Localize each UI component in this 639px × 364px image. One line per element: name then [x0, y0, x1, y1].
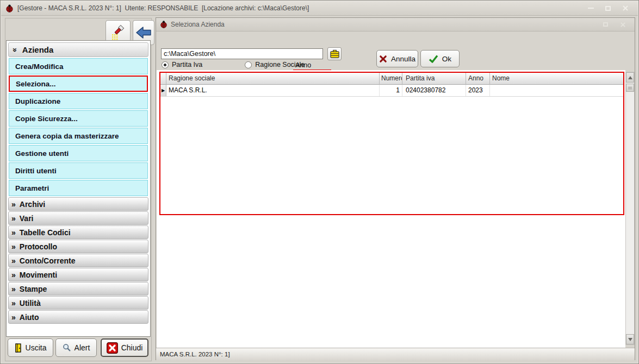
- column-anno[interactable]: Anno: [466, 73, 490, 85]
- minimize-icon: [588, 8, 594, 9]
- chevron-right-icon: »: [11, 313, 16, 321]
- maximize-button[interactable]: [603, 4, 613, 12]
- close-icon: [620, 22, 626, 28]
- dialog-title: Seleziona Azienda: [171, 21, 225, 28]
- cancel-x-icon: [379, 55, 387, 63]
- annulla-label: Annulla: [391, 55, 415, 63]
- anno-label: Anno: [295, 61, 311, 69]
- back-arrow-icon: [135, 26, 152, 40]
- row-selector-cell: ▶: [160, 85, 166, 96]
- ok-button[interactable]: Ok: [420, 50, 460, 67]
- sidebar-item-genera-copia[interactable]: Genera copia da masterizzare: [9, 128, 148, 144]
- section-label: Conto/Corrente: [20, 256, 76, 265]
- dialog-titlebar: Seleziona Azienda: [156, 18, 635, 32]
- section-label: Archivi: [20, 200, 45, 209]
- main-window: [Gestore - MACA S.R.L. 2023 N°: 1] Utent…: [0, 0, 639, 364]
- sidebar-menu-panel: » Azienda Crea/Modifica Seleziona... Dup…: [6, 40, 151, 337]
- cell-partita-iva: 02402380782: [402, 85, 466, 96]
- dialog-close-button[interactable]: [618, 20, 628, 29]
- statusbar-text: MACA S.R.L. 2023 N°: 1]: [160, 351, 230, 357]
- companies-grid-area: Ragione sociale Numero Partita iva Anno …: [157, 70, 625, 348]
- dialog-ladybug-icon: [160, 21, 167, 28]
- annulla-button[interactable]: Annulla: [376, 50, 418, 67]
- close-button[interactable]: [621, 4, 630, 12]
- main-titlebar: [Gestore - MACA S.R.L. 2023 N°: 1] Utent…: [1, 1, 638, 16]
- chevron-right-icon: »: [11, 285, 16, 293]
- cell-nome: [490, 85, 623, 96]
- section-vari[interactable]: » Vari: [8, 211, 148, 225]
- cell-anno: 2023: [466, 85, 490, 96]
- partita-iva-radio[interactable]: Partita Iva: [162, 61, 202, 68]
- chevron-down-icon: »: [11, 48, 19, 52]
- companies-grid: Ragione sociale Numero Partita iva Anno …: [159, 72, 624, 215]
- app-ladybug-icon: [5, 4, 14, 12]
- sidebar-item-seleziona[interactable]: Seleziona...: [9, 76, 148, 92]
- column-nome[interactable]: Nome: [490, 73, 623, 85]
- close-icon: [622, 5, 629, 11]
- close-x-icon: [107, 342, 118, 354]
- search-mode-radios: Partita Iva Ragione Sociale: [162, 61, 305, 68]
- browse-archive-button[interactable]: [327, 47, 342, 60]
- alert-label: Alert: [75, 343, 90, 352]
- dialog-controls: Partita Iva Ragione Sociale Anno Ann: [156, 32, 635, 70]
- chevron-right-icon: »: [11, 271, 16, 279]
- scroll-up-button[interactable]: [626, 72, 634, 83]
- scroll-down-button[interactable]: [626, 334, 634, 344]
- chevron-right-icon: »: [11, 200, 16, 208]
- column-numero[interactable]: Numero: [380, 73, 402, 85]
- section-conto-corrente[interactable]: » Conto/Corrente: [8, 254, 148, 267]
- section-azienda[interactable]: » Azienda: [8, 42, 148, 57]
- table-row[interactable]: ▶ MACA S.R.L. 1 02402380782 2023: [160, 85, 623, 97]
- uscita-button[interactable]: Uscita: [8, 338, 53, 357]
- chevron-right-icon: »: [11, 215, 16, 222]
- section-stampe[interactable]: » Stampe: [8, 282, 148, 296]
- section-label: Stampe: [20, 285, 47, 293]
- section-utilita[interactable]: » Utilità: [8, 296, 148, 310]
- ok-label: Ok: [442, 55, 451, 63]
- sidebar-item-crea-modifica[interactable]: Crea/Modifica: [9, 58, 148, 74]
- uscita-label: Uscita: [26, 343, 47, 352]
- section-tabelle-codici[interactable]: » Tabelle Codici: [8, 225, 148, 239]
- section-archivi[interactable]: » Archivi: [8, 197, 148, 211]
- maximize-icon: [603, 22, 608, 27]
- seleziona-azienda-window: Seleziona Azienda: [156, 17, 635, 360]
- section-label: Utilità: [20, 299, 41, 307]
- column-partita-iva[interactable]: Partita iva: [402, 73, 466, 85]
- sidebar-footer: Uscita Alert Chiudi: [5, 338, 151, 360]
- section-azienda-label: Azienda: [22, 45, 54, 54]
- maximize-icon: [605, 6, 611, 11]
- scrollbar-thumb[interactable]: [626, 84, 634, 92]
- minimize-button[interactable]: [586, 4, 595, 12]
- row-selector-header: [160, 73, 166, 85]
- window-title: [Gestore - MACA S.R.L. 2023 N°: 1] Utent…: [17, 4, 309, 12]
- flashlight-icon: [110, 24, 126, 41]
- chevron-right-icon: »: [11, 229, 16, 236]
- chiudi-label: Chiudi: [121, 343, 143, 352]
- sidebar-item-copie-sicurezza[interactable]: Copie Sicurezza...: [9, 110, 148, 127]
- sidebar-item-duplicazione[interactable]: Duplicazione: [9, 93, 148, 109]
- section-protocollo[interactable]: » Protocollo: [8, 240, 148, 253]
- section-label: Protocollo: [20, 242, 57, 251]
- card-file-icon: [330, 49, 340, 59]
- partita-iva-label: Partita Iva: [172, 61, 202, 68]
- cell-ragione-sociale: MACA S.R.L.: [166, 85, 380, 96]
- section-movimenti[interactable]: » Movimenti: [8, 268, 148, 281]
- ok-check-icon: [429, 55, 438, 63]
- section-aiuto[interactable]: » Aiuto: [8, 310, 148, 324]
- section-label: Movimenti: [20, 271, 57, 279]
- alert-button[interactable]: Alert: [55, 338, 97, 357]
- archive-path-input[interactable]: [161, 48, 323, 59]
- current-row-marker-icon: ▶: [162, 89, 165, 93]
- dialog-statusbar: MACA S.R.L. 2023 N°: 1]: [156, 348, 635, 360]
- arrow-up-icon: [628, 76, 632, 79]
- dialog-maximize-button[interactable]: [600, 20, 610, 29]
- sidebar-item-parametri[interactable]: Parametri: [9, 180, 148, 196]
- sidebar-item-gestione-utenti[interactable]: Gestione utenti: [9, 145, 148, 161]
- sidebar: » Azienda Crea/Modifica Seleziona... Dup…: [5, 18, 152, 361]
- sidebar-item-diritti-utenti[interactable]: Diritti utenti: [9, 162, 148, 179]
- cell-numero: 1: [380, 85, 402, 96]
- vertical-scrollbar[interactable]: [625, 72, 635, 345]
- chiudi-button[interactable]: Chiudi: [101, 338, 148, 357]
- section-label: Vari: [20, 214, 34, 223]
- column-ragione-sociale[interactable]: Ragione sociale: [166, 73, 380, 85]
